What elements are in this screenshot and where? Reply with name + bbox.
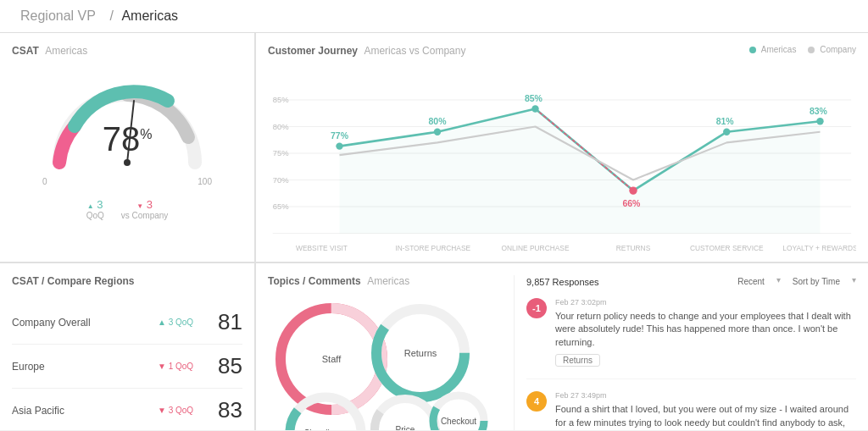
comments-list: -1 Feb 27 3:02pm Your return policy need… [526, 298, 856, 430]
page-header: Regional VP / Americas [0, 0, 868, 33]
topics-right: 9,857 Responses Recent ▾ Sort by Time ▾ … [514, 275, 856, 430]
comment-item: -1 Feb 27 3:02pm Your return policy need… [526, 298, 856, 379]
sort-time-button[interactable]: Sort by Time [789, 275, 843, 288]
sort-recent-button[interactable]: Recent [734, 275, 768, 288]
down-arrow-icon: ▼ [158, 362, 166, 371]
comment-text: Your return policy needs to change and y… [555, 310, 856, 349]
csat-title: CSAT Americas [12, 45, 87, 57]
svg-text:WEBSITE VISIT: WEBSITE VISIT [296, 245, 348, 253]
region-score: 83 [213, 397, 242, 423]
comment-item: 4 Feb 27 3:49pm Found a shirt that I lov… [526, 391, 856, 430]
svg-text:Cleanliness: Cleanliness [303, 428, 348, 430]
region-row: Company Overall ▲ 3 QoQ 81 [12, 301, 242, 345]
regions-list: Company Overall ▲ 3 QoQ 81 Europe ▼ 1 Qo… [12, 301, 242, 430]
svg-point-1 [124, 159, 131, 166]
svg-text:RETURNS: RETURNS [616, 245, 651, 253]
down-arrow [136, 198, 143, 211]
svg-text:LOYALTY + REWARDS: LOYALTY + REWARDS [782, 245, 856, 253]
svg-text:80%: 80% [429, 116, 448, 126]
up-arrow-icon: ▲ [158, 318, 166, 327]
stat-vs-company: 3 vs Company [121, 198, 169, 220]
svg-point-20 [630, 187, 637, 194]
svg-point-22 [723, 129, 730, 135]
region-change: ▲ 3 QoQ [158, 318, 204, 327]
down-arrow-icon: ▼ [158, 406, 166, 415]
svg-text:65%: 65% [273, 202, 289, 211]
gauge-value: 78% [103, 120, 153, 158]
comment-body: Feb 27 3:02pm Your return policy needs t… [555, 298, 856, 367]
svg-text:Returns: Returns [404, 348, 437, 358]
sort-controls: Recent ▾ Sort by Time ▾ [734, 275, 856, 288]
svg-marker-13 [340, 109, 821, 234]
region-score: 81 [213, 309, 242, 335]
svg-point-24 [816, 118, 823, 124]
comment-date: Feb 27 3:49pm [555, 391, 856, 400]
svg-text:ONLINE PURCHASE: ONLINE PURCHASE [501, 245, 569, 253]
svg-text:IN-STORE PURCHASE: IN-STORE PURCHASE [395, 245, 470, 253]
region-name: Europe [12, 361, 158, 373]
region-change: ▼ 1 QoQ [158, 362, 204, 371]
comment-date: Feb 27 3:02pm [555, 298, 856, 307]
responses-header: 9,857 Responses Recent ▾ Sort by Time ▾ [526, 275, 856, 288]
svg-text:85%: 85% [273, 95, 289, 104]
responses-count: 9,857 Responses [526, 277, 599, 287]
svg-text:80%: 80% [273, 122, 289, 131]
breadcrumb-separator: / [109, 8, 113, 23]
journey-card: Customer Journey Americas vs Company Ame… [256, 33, 868, 262]
region-change: ▼ 3 QoQ [158, 406, 204, 415]
svg-point-16 [434, 129, 441, 135]
svg-text:70%: 70% [273, 175, 289, 185]
svg-text:85%: 85% [525, 93, 543, 103]
gauge-container: 78% [42, 74, 212, 175]
svg-text:Staff: Staff [322, 354, 342, 364]
region-score: 85 [213, 353, 242, 379]
svg-text:CUSTOMER SERVICE: CUSTOMER SERVICE [690, 245, 764, 253]
region-row: Europe ▼ 1 QoQ 85 [12, 345, 242, 389]
region-name: Asia Pacific [12, 405, 158, 417]
journey-legend: Americas Company [749, 45, 856, 54]
journey-chart-svg: 85% 80% 75% 70% 65% 77% 80% 85% [268, 82, 856, 260]
americas-legend-dot [749, 47, 756, 53]
gauge-labels: 0 100 [42, 177, 212, 186]
breadcrumb-parent: Regional VP [20, 8, 96, 23]
svg-text:75%: 75% [273, 148, 289, 157]
topics-left: Topics / Comments Americas Staff Returns… [268, 275, 505, 430]
topics-card: Topics / Comments Americas Staff Returns… [256, 263, 868, 430]
main-grid: CSAT Americas 78% 0 100 [0, 33, 868, 430]
region-row: Asia Pacific ▼ 3 QoQ 83 [12, 389, 242, 430]
company-legend-dot [808, 47, 815, 53]
svg-text:66%: 66% [622, 198, 641, 208]
comment-score: 4 [526, 391, 547, 412]
svg-text:83%: 83% [810, 106, 828, 116]
compare-regions-card: CSAT / Compare Regions Company Overall ▲… [0, 263, 254, 430]
region-name: Company Overall [12, 317, 158, 329]
svg-text:81%: 81% [716, 116, 735, 126]
comment-tag: Returns [555, 354, 600, 367]
topics-title: Topics / Comments Americas [268, 275, 505, 287]
svg-text:77%: 77% [331, 130, 349, 141]
svg-point-14 [336, 142, 342, 149]
comment-text: Found a shirt that I loved, but you were… [555, 403, 856, 430]
svg-text:Checkout: Checkout [441, 417, 476, 426]
stat-qoq: 3 QoQ [86, 198, 104, 220]
svg-point-18 [531, 105, 538, 112]
svg-text:Price: Price [396, 425, 415, 430]
breadcrumb-child: Americas [121, 8, 178, 23]
regions-title: CSAT / Compare Regions [12, 275, 242, 287]
gauge-stats: 3 QoQ 3 vs Company [86, 198, 169, 220]
topics-circles-svg: Staff Returns Cleanliness Price [268, 296, 488, 430]
comment-body: Feb 27 3:49pm Found a shirt that I loved… [555, 391, 856, 430]
csat-card: CSAT Americas 78% 0 100 [0, 33, 254, 262]
up-arrow [87, 198, 94, 211]
comment-score: -1 [526, 298, 547, 318]
